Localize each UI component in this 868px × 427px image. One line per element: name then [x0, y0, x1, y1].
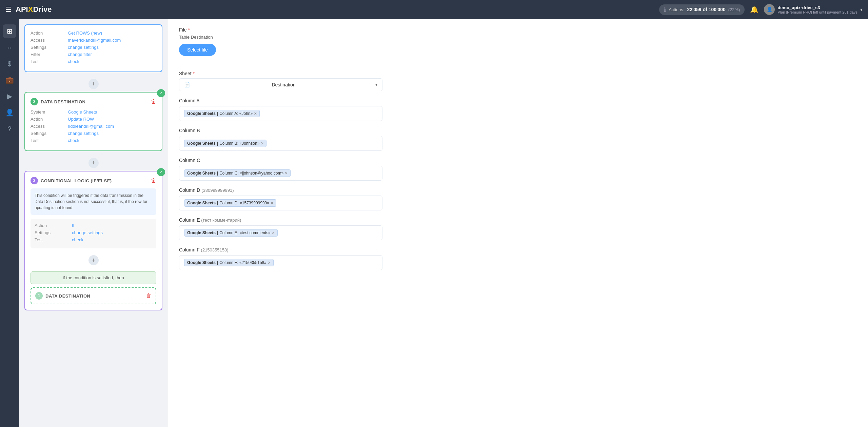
value-action[interactable]: Get ROWS (new) [68, 30, 156, 36]
tag-remove-f[interactable]: × [268, 260, 271, 265]
column-c-section: Column C Google Sheets | Column C: «jjoh… [179, 158, 857, 181]
value-filter[interactable]: change filter [68, 52, 156, 57]
tag-sep-f: | [217, 260, 218, 265]
delete-card3-button[interactable]: 🗑 [151, 178, 156, 184]
actions-percent: (22%) [728, 7, 740, 12]
delete-card2-button[interactable]: 🗑 [151, 99, 156, 105]
label-action-2: Action [31, 117, 68, 122]
label-settings-3: Settings [35, 230, 72, 235]
column-d-hint: (380999999991) [201, 188, 234, 193]
value-test[interactable]: check [68, 59, 156, 64]
column-c-tag[interactable]: Google Sheets | Column C: «jjohnson@yaho… [184, 169, 291, 177]
column-c-label: Column C [179, 158, 857, 163]
card2-row-test: Test check [31, 138, 156, 143]
actions-label: Actions: [669, 7, 684, 12]
add-step-button-inner[interactable]: + [88, 255, 99, 265]
card2-row-settings: Settings change settings [31, 131, 156, 136]
sidebar-item-profile[interactable]: 👤 [3, 106, 16, 119]
tag-remove-a[interactable]: × [254, 111, 257, 116]
column-e-tag[interactable]: Google Sheets | Column E: «test comments… [184, 229, 278, 237]
sheet-value: Destination [272, 82, 295, 87]
value-action-3[interactable]: If [72, 223, 152, 228]
label-settings: Settings [31, 45, 68, 50]
tag-value-f: Column F: «2150355158» [219, 260, 267, 265]
card-number-4: 1 [35, 292, 43, 300]
tag-gs-a: Google Sheets [187, 111, 216, 116]
sheet-label: Sheet * [179, 71, 857, 76]
left-panel: Action Get ROWS (new) Access maverickand… [19, 19, 168, 427]
condition-inner-card: Action If Settings change settings Test … [31, 219, 156, 248]
column-a-input[interactable]: Google Sheets | Column A: «John» × [179, 106, 382, 121]
value-system[interactable]: Google Sheets [68, 109, 156, 115]
value-access-2[interactable]: riddleandrii@gmail.com [68, 124, 156, 129]
card-data-destination: ✓ 2 DATA DESTINATION 🗑 System Google She… [24, 92, 162, 151]
column-d-tag[interactable]: Google Sheets | Column D: «15739999999» … [184, 199, 276, 207]
tag-remove-b[interactable]: × [261, 141, 263, 146]
tag-remove-e[interactable]: × [272, 230, 275, 235]
card2-row-access: Access riddleandrii@gmail.com [31, 124, 156, 129]
condition-description: This condition will be triggered if the … [31, 188, 156, 215]
value-settings[interactable]: change settings [68, 45, 156, 50]
add-btn-wrapper-inner: + [31, 252, 156, 268]
column-b-input[interactable]: Google Sheets | Column B: «Johnson» × [179, 136, 382, 151]
label-action-3: Action [35, 223, 72, 228]
column-f-tag[interactable]: Google Sheets | Column F: «2150355158» × [184, 259, 274, 266]
value-test-2[interactable]: check [68, 138, 156, 143]
user-info[interactable]: 👤 demo_apix-drive_s3 Plan |Premium PRO| … [764, 4, 863, 15]
actions-count: 22'059 of 100'000 [687, 7, 725, 12]
value-access[interactable]: maverickandrii@gmail.com [68, 38, 156, 43]
add-step-button-1[interactable]: + [88, 79, 99, 89]
value-action-2[interactable]: Update ROW [68, 117, 156, 122]
column-b-label: Column B [179, 128, 857, 133]
logo-api: API [16, 5, 28, 14]
sidebar-item-briefcase[interactable]: 💼 [3, 73, 16, 87]
table-destination-label: Table Destination [179, 35, 857, 40]
column-a-tag[interactable]: Google Sheets | Column A: «John» × [184, 110, 260, 117]
tag-remove-d[interactable]: × [271, 201, 273, 205]
sidebar-item-youtube[interactable]: ▶ [3, 89, 16, 103]
add-step-button-2[interactable]: + [88, 158, 99, 168]
if-then-label[interactable]: if the condition is satisfied, then [31, 271, 156, 284]
tag-value-c: Column C: «jjohnson@yahoo.com» [219, 171, 283, 176]
select-file-button[interactable]: Select file [179, 44, 216, 56]
column-f-input[interactable]: Google Sheets | Column F: «2150355158» × [179, 255, 382, 270]
column-c-input[interactable]: Google Sheets | Column C: «jjohnson@yaho… [179, 166, 382, 181]
card-number-2: 2 [31, 98, 38, 105]
column-d-input[interactable]: Google Sheets | Column D: «15739999999» … [179, 196, 382, 210]
sidebar-item-connections[interactable]: ↔ [3, 41, 16, 54]
tag-sep-e: | [217, 230, 218, 235]
card-row-action: Action Get ROWS (new) [31, 30, 156, 36]
label-access: Access [31, 38, 68, 43]
sheet-chevron-icon: ▾ [375, 82, 377, 87]
tag-sep-b: | [217, 141, 218, 146]
sheet-file-icon: 📄 [184, 82, 190, 87]
card-conditional-logic: ✓ 3 CONDITIONAL LOGIC (IF/ELSE) 🗑 This c… [24, 171, 162, 310]
label-test-3: Test [35, 237, 72, 242]
hamburger-icon[interactable]: ☰ [5, 5, 12, 14]
card3-title: CONDITIONAL LOGIC (IF/ELSE) [41, 178, 112, 183]
column-e-hint: (тест комментарий) [201, 218, 241, 223]
delete-card4-button[interactable]: 🗑 [146, 293, 152, 299]
column-b-tag[interactable]: Google Sheets | Column B: «Johnson» × [184, 140, 267, 147]
card2-row-system: System Google Sheets [31, 109, 156, 115]
sidebar-item-help[interactable]: ? [3, 122, 16, 136]
tag-remove-c[interactable]: × [285, 171, 288, 176]
card-row-access: Access maverickandrii@gmail.com [31, 38, 156, 43]
card-number-3: 3 [31, 177, 38, 184]
sidebar-item-billing[interactable]: $ [3, 57, 16, 70]
chevron-down-icon: ▾ [860, 7, 863, 12]
value-settings-3[interactable]: change settings [72, 230, 152, 235]
value-settings-2[interactable]: change settings [68, 131, 156, 136]
column-e-section: Column E (тест комментарий) Google Sheet… [179, 217, 857, 240]
bell-icon[interactable]: 🔔 [750, 5, 758, 14]
logo-x: X [28, 5, 33, 14]
value-test-3[interactable]: check [72, 237, 152, 242]
sidebar-item-home[interactable]: ⊞ [3, 24, 16, 38]
sheet-select[interactable]: 📄 Destination ▾ [179, 78, 382, 91]
tag-gs-c: Google Sheets [187, 171, 216, 176]
dashed-card-data-destination: 1 DATA DESTINATION 🗑 [31, 287, 156, 304]
column-e-input[interactable]: Google Sheets | Column E: «test comments… [179, 225, 382, 240]
user-plan: Plan |Premium PRO| left until payment 26… [777, 10, 857, 14]
tag-gs-b: Google Sheets [187, 141, 216, 146]
dashed-card-title: DATA DESTINATION [45, 293, 90, 299]
